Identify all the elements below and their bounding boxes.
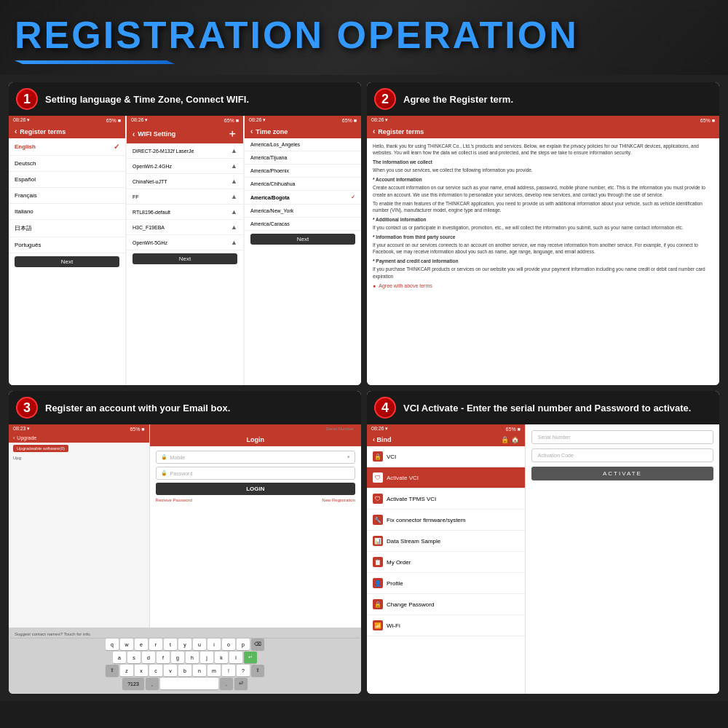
key-q[interactable]: q [106, 638, 119, 650]
lang-item-espanol[interactable]: Español [9, 172, 125, 188]
key-shift-right[interactable]: ⇧ [251, 665, 264, 676]
key-n[interactable]: n [193, 665, 206, 676]
agree-text: Agree with above terms [379, 282, 432, 290]
key-r[interactable]: r [149, 638, 162, 650]
key-symbols[interactable]: ?123 [122, 678, 144, 689]
activation-code-input[interactable]: Activation Code [531, 448, 713, 462]
key-a[interactable]: a [113, 652, 126, 663]
mobile-input[interactable]: 🔒 Mobile ▾ [156, 451, 355, 464]
key-w[interactable]: w [120, 638, 133, 650]
step-4-header: 4 VCI Activate - Enter the serial number… [367, 391, 719, 424]
vci-icon: 🔒 [373, 451, 383, 462]
key-comma[interactable]: , [146, 678, 159, 689]
key-z[interactable]: z [120, 665, 133, 676]
plus-icon[interactable]: ＋ [227, 127, 237, 141]
key-v[interactable]: v [164, 665, 177, 676]
key-period[interactable]: . [220, 678, 233, 689]
login-top: 08:23 ▾65% ■ ‹ Upgrade Upgradeable softw… [9, 424, 361, 628]
key-k[interactable]: k [215, 652, 228, 663]
wifi-item-2[interactable]: OpenWrt-2.4GHz ▲ [127, 159, 243, 174]
login-panel-outer: Serial Number Login 🔒 Mobile ▾ � [150, 424, 361, 628]
key-question[interactable]: ? [237, 665, 250, 676]
tz-item-4[interactable]: America/Chihuahua [245, 178, 361, 191]
wifi-item-7[interactable]: OpenWrt-5GHz ▲ [127, 235, 243, 250]
key-enter[interactable]: ↵ [244, 652, 257, 663]
key-o[interactable]: o [222, 638, 235, 650]
bind-item-vci[interactable]: 🔒 VCI [367, 446, 525, 467]
wifi-item-4[interactable]: FF ▲ [127, 189, 243, 205]
upgradeable-btn[interactable]: Upgradeable software(0) [13, 445, 68, 452]
key-g[interactable]: g [171, 652, 184, 663]
key-c[interactable]: c [149, 665, 162, 676]
key-f[interactable]: f [157, 652, 170, 663]
key-e[interactable]: e [135, 638, 148, 650]
tz-name-4: America/Chihuahua [250, 181, 295, 186]
key-backspace[interactable]: ⌫ [251, 638, 264, 650]
wifi-next-button[interactable]: Next [132, 253, 237, 264]
upg-label: Upg [9, 454, 149, 462]
lang-item-deutsch[interactable]: Deutsch [9, 156, 125, 172]
bind-item-profile[interactable]: 👤 Profile [367, 573, 525, 594]
key-y[interactable]: y [178, 638, 191, 650]
key-m[interactable]: m [207, 665, 221, 676]
serial-number-input[interactable]: Serial Number [531, 430, 713, 444]
bind-wifi-label: Wi-Fi [387, 622, 400, 629]
tz-item-3[interactable]: America/Phoenix [245, 165, 361, 178]
tz-item-7[interactable]: America/Caracas [245, 218, 361, 231]
tz-name-5: America/Bogota [250, 195, 290, 200]
key-h[interactable]: h [186, 652, 199, 663]
tz-item-2[interactable]: America/Tijuana [245, 151, 361, 165]
lang-italiano-label: Italiano [15, 208, 33, 215]
key-s[interactable]: s [127, 652, 141, 663]
step3-inner: 08:23 ▾65% ■ ‹ Upgrade Upgradeable softw… [9, 424, 361, 694]
wifi-item-1[interactable]: DIRECT-26-M132f LaserJe ▲ [127, 143, 243, 159]
retrieve-password-link[interactable]: Retrieve Password [156, 498, 192, 502]
tz-next-button[interactable]: Next [250, 234, 355, 245]
bind-item-change-password[interactable]: 🔒 Change Password [367, 594, 525, 615]
lang-item-francais[interactable]: Français [9, 188, 125, 204]
bind-statusbar: 08:26 ▾65% ■ [367, 424, 525, 433]
wifi-item-6[interactable]: H3C_F19EBA ▲ [127, 220, 243, 235]
lang-titlebar: ‹ Register terms [9, 124, 125, 138]
terms-agree-container[interactable]: ● Agree with above terms [373, 282, 713, 290]
wifi-item-5[interactable]: RTL8196-default ▲ [127, 205, 243, 220]
lang-next-button[interactable]: Next [15, 256, 119, 267]
tz-name-2: America/Tijuana [250, 155, 287, 160]
step-3-header: 3 Register an account with your Email bo… [9, 391, 361, 424]
lang-item-portuguese[interactable]: Português [9, 237, 125, 253]
key-return[interactable]: ⏎ [234, 678, 248, 689]
key-b[interactable]: b [178, 665, 191, 676]
keyboard-row-2: a s d f g h j k l ↵ [10, 652, 360, 663]
key-space[interactable] [160, 678, 218, 689]
key-exclaim[interactable]: ! [222, 665, 235, 676]
key-i[interactable]: i [207, 638, 221, 650]
key-p[interactable]: p [237, 638, 250, 650]
key-d[interactable]: d [142, 652, 155, 663]
tz-item-5[interactable]: America/Bogota ✓ [245, 191, 361, 205]
key-t[interactable]: t [164, 638, 177, 650]
tz-item-1[interactable]: America/Los_Angeles [245, 138, 361, 151]
bind-item-wifi[interactable]: 📶 Wi-Fi [367, 615, 525, 636]
bind-item-activate-vci[interactable]: 🛡 Activate VCI [367, 467, 525, 488]
password-input[interactable]: 🔒 Password [156, 467, 355, 480]
lang-item-italiano[interactable]: Italiano [9, 204, 125, 220]
login-button[interactable]: LOGIN [156, 483, 355, 495]
new-registration-link[interactable]: New Registration [322, 498, 355, 502]
bind-item-my-order[interactable]: 📋 My Order [367, 552, 525, 573]
tz-item-6[interactable]: America/New_York [245, 205, 361, 218]
wifi-item-3[interactable]: ChinaNet-uJTT ▲ [127, 174, 243, 189]
bind-fix-label: Fix connector firmware/system [387, 517, 465, 523]
bind-item-fix-connector[interactable]: 🔧 Fix connector firmware/system [367, 510, 525, 531]
key-l[interactable]: l [229, 652, 242, 663]
bind-item-data-stream[interactable]: 📊 Data Stream Sample [367, 531, 525, 552]
bind-item-activate-tpms[interactable]: 🛡 Activate TPMS VCI [367, 488, 525, 510]
key-x[interactable]: x [135, 665, 148, 676]
key-u[interactable]: u [193, 638, 206, 650]
lang-body: English ✓ Deutsch Español Français [9, 138, 125, 385]
key-shift[interactable]: ⇧ [106, 665, 119, 676]
wifi-name-7: OpenWrt-5GHz [132, 240, 167, 245]
lang-item-english[interactable]: English ✓ [9, 138, 125, 156]
lang-item-japanese[interactable]: 日本語 [9, 220, 125, 237]
activate-button[interactable]: ACTIVATE [531, 467, 713, 480]
key-j[interactable]: j [200, 652, 213, 663]
